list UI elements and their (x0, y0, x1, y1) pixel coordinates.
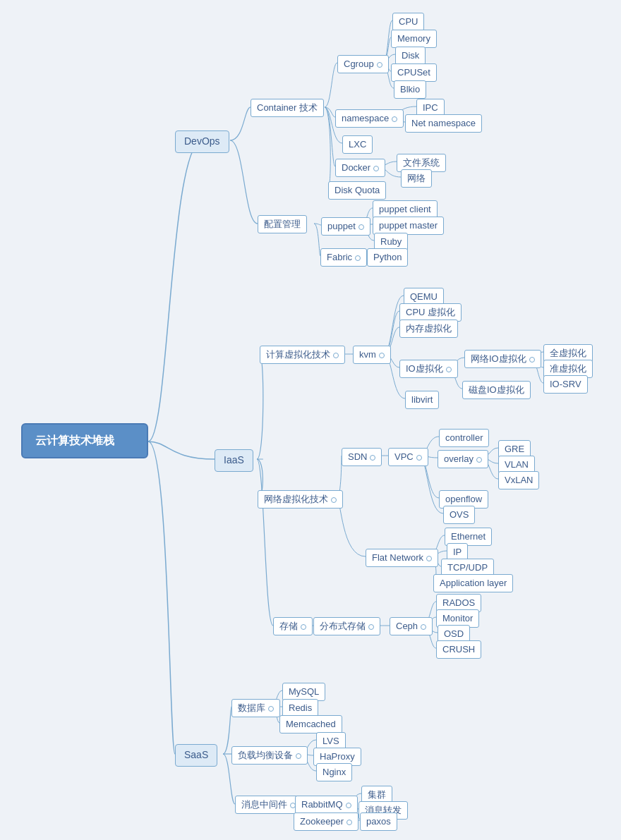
wangluo-io-virt-node[interactable]: 网络IO虚拟化 (464, 350, 541, 368)
controller-node: controller (439, 429, 489, 447)
container-tech-node[interactable]: Container 技术 (251, 99, 324, 117)
docker-node[interactable]: Docker (335, 159, 385, 177)
vpc-node[interactable]: VPC (388, 448, 428, 466)
diskquota-node[interactable]: Disk Quota (328, 181, 386, 200)
mindmap-container: 云计算技术堆栈 DevOps IaaS SaaS Container 技术 配置… (0, 0, 621, 840)
memcached-node: Memcached (279, 715, 342, 734)
iaas-node[interactable]: IaaS (215, 449, 253, 472)
xiaoxizhongjian-node[interactable]: 消息中间件 (235, 796, 302, 814)
peizhiguanli-node[interactable]: 配置管理 (258, 215, 307, 233)
puppet-node[interactable]: puppet (321, 217, 370, 236)
memory-node: Memory (391, 30, 437, 48)
netnamespace-node: Net namespace (405, 114, 482, 133)
mem-virt-node: 内存虚拟化 (399, 319, 458, 338)
cgroup-node[interactable]: Cgroup (337, 55, 389, 73)
overlay-node[interactable]: overlay (438, 450, 488, 468)
python-node: Python (367, 248, 408, 267)
cipan-io-virt-node: 磁盘IO虚拟化 (462, 381, 531, 399)
sdn-node[interactable]: SDN (342, 448, 382, 466)
blkio-node: Blkio (394, 80, 426, 99)
cpuset-node: CPUSet (391, 63, 437, 82)
shujuku-node[interactable]: 数据库 (231, 699, 280, 717)
applayer-node: Application layer (433, 574, 513, 592)
cpu-node: CPU (392, 13, 424, 31)
wangluo-d-node: 网络 (401, 169, 432, 188)
io-virt-node[interactable]: IO虚拟化 (399, 360, 458, 378)
ceph-node[interactable]: Ceph (390, 617, 433, 635)
root-node: 云计算技术堆栈 (21, 423, 148, 458)
libvirt-node: libvirt (405, 391, 439, 409)
devops-node[interactable]: DevOps (175, 130, 229, 153)
fabric-node[interactable]: Fabric (320, 248, 367, 267)
ovs-node: OVS (443, 506, 475, 524)
paxos-node: paxos (360, 812, 397, 831)
rabbitmq-node[interactable]: RabbitMQ (295, 796, 358, 814)
nginx-node: Nginx (316, 763, 352, 781)
fuza-node[interactable]: 负载均衡设备 (231, 746, 308, 765)
disk-node: Disk (395, 47, 426, 65)
saas-node[interactable]: SaaS (175, 744, 217, 767)
flat-network-node[interactable]: Flat Network (366, 549, 438, 567)
kvm-node[interactable]: kvm (353, 346, 391, 364)
wangluo-virt-node[interactable]: 网络虚拟化技术 (258, 490, 343, 509)
zookeeper-node[interactable]: Zookeeper (294, 812, 358, 831)
fenbu-storage-node[interactable]: 分布式存储 (313, 617, 380, 635)
namespace-node[interactable]: namespace (335, 109, 404, 128)
storage-node[interactable]: 存储 (273, 617, 313, 635)
crush-node: CRUSH (436, 640, 481, 659)
lxc-node[interactable]: LXC (342, 135, 373, 154)
vxlan-node: VxLAN (498, 471, 539, 489)
iosrv-node: IO-SRV (543, 375, 588, 394)
jisuan-virt-node[interactable]: 计算虚拟化技术 (260, 346, 345, 364)
